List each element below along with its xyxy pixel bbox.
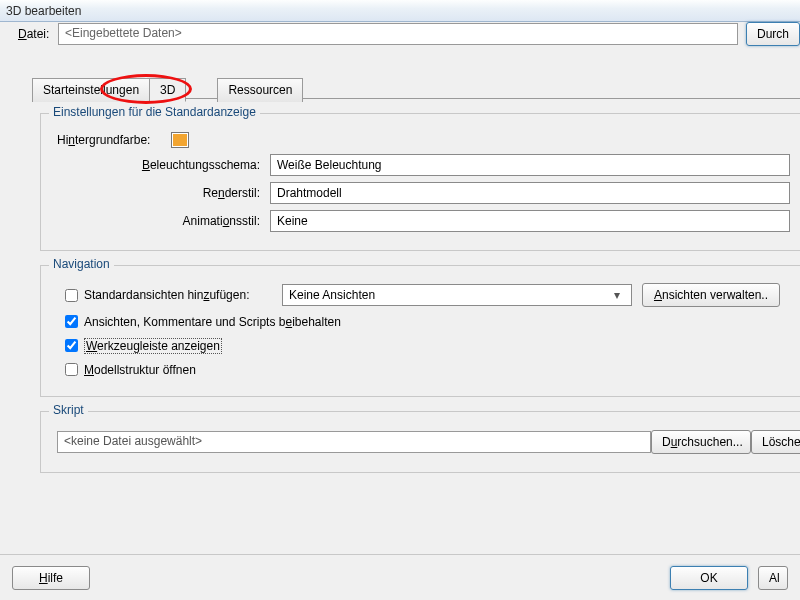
tab-bar: Starteinstellungen 3D Ressourcen — [32, 78, 302, 102]
addviews-select[interactable]: Keine Ansichten ▾ — [282, 284, 632, 306]
lighting-label: Beleuchtungsschema: — [51, 158, 270, 172]
tab-panel: Einstellungen für die Standardanzeige Hi… — [32, 98, 800, 542]
script-browse-button[interactable]: Durchsuchen... — [651, 430, 751, 454]
group-navigation-legend: Navigation — [49, 257, 114, 271]
group-script: Skript <keine Datei ausgewählt> Durchsuc… — [40, 411, 800, 473]
tab-starteinstellungen[interactable]: Starteinstellungen — [32, 78, 150, 102]
group-display: Einstellungen für die Standardanzeige Hi… — [40, 113, 800, 251]
addviews-value: Keine Ansichten — [289, 288, 375, 302]
tab-3d[interactable]: 3D — [149, 78, 186, 102]
script-clear-button[interactable]: Löschen — [751, 430, 800, 454]
bgcolor-swatch[interactable] — [171, 132, 189, 148]
bgcolor-label: Hintergrundfarbe: — [51, 133, 171, 147]
tab-ressourcen[interactable]: Ressourcen — [217, 78, 303, 102]
ok-button[interactable]: OK — [670, 566, 748, 590]
show-toolbar-checkbox[interactable] — [65, 339, 78, 352]
render-select[interactable]: Drahtmodell — [270, 182, 790, 204]
render-value: Drahtmodell — [277, 186, 342, 200]
open-modeltree-checkbox[interactable] — [65, 363, 78, 376]
animation-select[interactable]: Keine — [270, 210, 790, 232]
group-display-legend: Einstellungen für die Standardanzeige — [49, 105, 260, 119]
window-title: 3D bearbeiten — [0, 0, 800, 22]
cancel-button[interactable]: Al — [758, 566, 788, 590]
show-toolbar-label: Werkzeugleiste anzeigen — [84, 338, 222, 354]
file-row: Datei: <Eingebettete Daten> Durch — [18, 22, 800, 46]
file-label: Datei: — [18, 27, 50, 41]
keep-views-label: Ansichten, Kommentare und Scripts beibeh… — [84, 315, 341, 329]
lighting-value: Weiße Beleuchtung — [277, 158, 382, 172]
dialog-footer: Hilfe OK Al — [0, 554, 800, 600]
file-path-input[interactable]: <Eingebettete Daten> — [58, 23, 738, 45]
render-label: Renderstil: — [51, 186, 270, 200]
lighting-select[interactable]: Weiße Beleuchtung — [270, 154, 790, 176]
group-script-legend: Skript — [49, 403, 88, 417]
group-navigation: Navigation Standardansichten hinzufügen:… — [40, 265, 800, 397]
manage-views-button[interactable]: Ansichten verwalten.. — [642, 283, 780, 307]
addviews-checkbox[interactable] — [65, 289, 78, 302]
help-button[interactable]: Hilfe — [12, 566, 90, 590]
animation-value: Keine — [277, 214, 308, 228]
open-modeltree-label: Modellstruktur öffnen — [84, 363, 196, 377]
chevron-down-icon: ▾ — [609, 288, 625, 302]
script-path-input[interactable]: <keine Datei ausgewählt> — [57, 431, 651, 453]
keep-views-checkbox[interactable] — [65, 315, 78, 328]
file-browse-button[interactable]: Durch — [746, 22, 800, 46]
addviews-label: Standardansichten hinzufügen: — [84, 288, 282, 302]
animation-label: Animationsstil: — [51, 214, 270, 228]
